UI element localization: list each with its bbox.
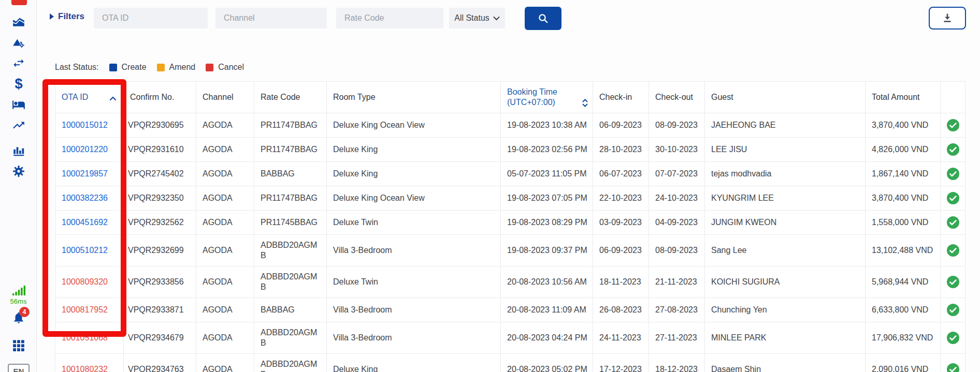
check-out-cell: 24-10-2023 [649, 186, 705, 211]
booking-time-cell: 05-07-2023 11:05 PM [501, 162, 593, 186]
status-success-icon [944, 303, 962, 317]
ota-id-link[interactable]: 1000510212 [62, 246, 108, 255]
room-type-cell: Deluxe King [327, 138, 501, 162]
check-in-cell: 06-09-2023 [593, 113, 649, 138]
confirm-no-cell: VPQR2932699 [124, 235, 196, 266]
total-amount-cell: 1,867,140 VND [866, 162, 941, 186]
mountain-gear-icon[interactable] [12, 36, 25, 49]
ota-id-link[interactable]: 1000201220 [62, 145, 108, 154]
rate-code-input[interactable] [336, 8, 443, 28]
header-check-in: Check-in [593, 82, 649, 113]
sort-ascending-icon[interactable] [109, 93, 117, 103]
check-in-cell: 24-11-2023 [593, 322, 649, 354]
ota-id-link[interactable]: 1000382236 [62, 194, 108, 202]
table-row: 1000015012 VPQR2930695 AGODA PR11747BBAG… [55, 113, 965, 138]
create-color-swatch [109, 64, 117, 71]
check-in-cell: 17-12-2023 [593, 354, 649, 372]
total-amount-cell: 6,633,800 VND [866, 298, 941, 322]
guest-cell: Dasaem Shin [705, 354, 866, 372]
channel-cell: AGODA [196, 211, 254, 235]
search-button[interactable] [525, 7, 561, 30]
hotel-bed-icon[interactable] [12, 98, 25, 111]
trending-up-icon[interactable] [12, 118, 25, 132]
check-in-cell: 06-07-2023 [593, 162, 649, 186]
channel-cell: AGODA [196, 298, 254, 322]
header-status [941, 82, 965, 113]
dollar-icon[interactable]: $ [12, 77, 25, 91]
confirm-no-cell: VPQR2745402 [124, 162, 196, 186]
booking-time-cell: 19-08-2023 08:29 PM [501, 211, 593, 235]
rate-code-cell: ADBBD20AGMB [254, 266, 327, 298]
chevron-down-icon [493, 16, 500, 21]
check-out-cell: 07-07-2023 [649, 162, 705, 186]
rate-code-cell: ADBBD20AGMB [254, 354, 327, 372]
rate-code-cell: BABBAG [254, 162, 327, 186]
channel-cell: AGODA [196, 186, 254, 211]
latency-label: 56ms [0, 297, 37, 305]
check-out-cell: 30-10-2023 [649, 138, 705, 162]
bar-chart-icon[interactable] [12, 144, 25, 157]
status-success-icon [944, 363, 962, 372]
rate-code-cell: PR11747BBAG [254, 113, 327, 138]
search-icon [538, 13, 549, 24]
guest-cell: tejas modhvadia [705, 162, 866, 186]
header-total-amount: Total Amount [866, 82, 941, 113]
total-amount-cell: 3,870,400 VND [866, 113, 941, 138]
confirm-no-cell: VPQR2930695 [124, 113, 196, 138]
ota-id-link[interactable]: 1000451692 [62, 218, 108, 227]
table-body: 1000015012 VPQR2930695 AGODA PR11747BBAG… [55, 113, 965, 372]
header-booking-time[interactable]: Booking Time (UTC+07:00) [501, 82, 593, 113]
ota-id-link[interactable]: 1000015012 [62, 121, 108, 129]
settings-gear-icon[interactable] [12, 165, 25, 178]
check-out-cell: 08-09-2023 [649, 113, 705, 138]
header-ota-id[interactable]: OTA ID [55, 82, 124, 113]
legend-item-amend: Amend [157, 63, 196, 72]
swap-arrows-icon[interactable] [12, 56, 25, 70]
app-logo[interactable] [11, 0, 27, 5]
confirm-no-cell: VPQR2934763 [124, 354, 196, 372]
download-icon [941, 12, 954, 24]
check-in-cell: 22-10-2023 [593, 186, 649, 211]
total-amount-cell: 17,906,832 VND [866, 322, 941, 354]
guest-cell: KOICHI SUGIURA [705, 266, 866, 298]
ota-id-input[interactable] [94, 8, 208, 28]
check-out-cell: 21-11-2023 [649, 266, 705, 298]
header-channel: Channel [196, 82, 254, 113]
room-type-cell: Villa 3-Bedroom [327, 235, 501, 266]
channel-cell: AGODA [196, 235, 254, 266]
area-chart-icon[interactable] [12, 15, 25, 28]
channel-cell: AGODA [196, 113, 254, 138]
table-row: 1000510212 VPQR2932699 AGODA ADBBD20AGMB… [55, 235, 965, 266]
rate-code-cell: PR11747BBAG [254, 138, 327, 162]
booking-time-cell: 20-08-2023 05:02 PM [501, 354, 593, 372]
check-out-cell: 27-08-2023 [649, 298, 705, 322]
room-type-cell: Deluxe King [327, 354, 501, 372]
total-amount-cell: 5,968,944 VND [866, 266, 941, 298]
total-amount-cell: 1,558,000 VND [866, 211, 941, 235]
table-row: 1001080232 VPQR2934763 AGODA ADBBD20AGMB… [55, 354, 965, 372]
last-status-legend: Last Status: Create Amend Cancel [55, 63, 244, 72]
status-success-icon [944, 216, 962, 229]
channel-input[interactable] [215, 8, 327, 28]
room-type-cell: Deluxe King Ocean View [327, 186, 501, 211]
check-out-cell: 08-09-2023 [649, 235, 705, 266]
booking-time-cell: 19-08-2023 02:56 PM [501, 138, 593, 162]
table-row: 1000382236 VPQR2932350 AGODA PR11747BBAG… [55, 186, 965, 211]
download-button[interactable] [929, 7, 966, 29]
ota-id-link[interactable]: 1000817952 [62, 305, 108, 314]
ota-id-link[interactable]: 1000809320 [62, 277, 108, 286]
ota-id-link[interactable]: 1001080232 [62, 365, 108, 372]
apps-grid-icon[interactable] [12, 338, 25, 351]
language-selector[interactable]: EN [8, 364, 30, 372]
ota-id-link[interactable]: 1001051068 [62, 333, 108, 342]
sort-updown-icon[interactable] [582, 99, 588, 107]
status-dropdown-value: All Status [454, 13, 489, 23]
ota-id-link[interactable]: 1000219857 [62, 169, 108, 178]
channel-cell: AGODA [196, 162, 254, 186]
booking-time-cell: 20-08-2023 10:56 AM [501, 266, 593, 298]
table-row: 1000451692 VPQR2932562 AGODA PR11745BBAG… [55, 211, 965, 235]
table-row: 1000809320 VPQR2933856 AGODA ADBBD20AGMB… [55, 266, 965, 298]
status-dropdown[interactable]: All Status [449, 8, 505, 28]
filters-toggle[interactable]: Filters [50, 11, 84, 22]
filters-expand-icon [50, 13, 54, 20]
